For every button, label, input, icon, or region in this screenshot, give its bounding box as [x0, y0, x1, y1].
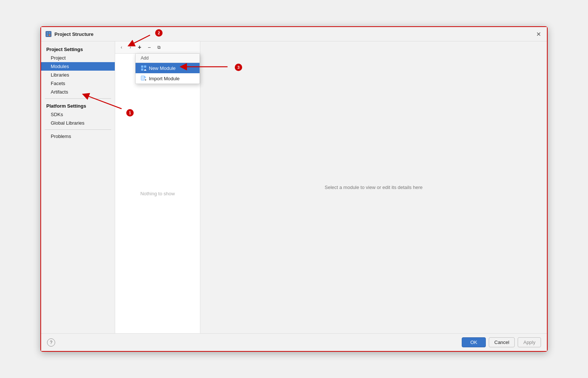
forward-button[interactable]: › [126, 43, 134, 51]
sidebar-item-facets[interactable]: Facets [41, 79, 115, 88]
svg-rect-6 [49, 34, 50, 36]
close-button[interactable]: ✕ [534, 30, 542, 38]
remove-button[interactable]: − [145, 43, 154, 52]
dropdown-header: Add [136, 54, 200, 63]
content-area: Project Settings Project Modules Librari… [41, 41, 547, 333]
dialog-title: Project Structure [54, 31, 534, 37]
title-bar: Project Structure ✕ [41, 27, 547, 41]
new-module-icon [141, 65, 147, 71]
cancel-button[interactable]: Cancel [489, 337, 515, 347]
detail-panel: Select a module to view or edit its deta… [200, 41, 547, 333]
detail-placeholder: Select a module to view or edit its deta… [325, 185, 422, 190]
svg-rect-7 [141, 65, 143, 68]
footer: ? OK Cancel Apply [41, 333, 547, 351]
sidebar-item-libraries[interactable]: Libraries [41, 71, 115, 79]
sidebar: Project Settings Project Modules Librari… [41, 41, 115, 333]
svg-rect-12 [141, 76, 144, 80]
sidebar-item-artifacts[interactable]: Artifacts [41, 88, 115, 96]
help-button[interactable]: ? [47, 338, 55, 347]
copy-button[interactable]: ⧉ [154, 43, 163, 52]
add-button[interactable]: + [135, 43, 144, 52]
svg-rect-5 [47, 34, 48, 36]
add-dropdown-container: + Add [135, 43, 144, 52]
module-list-panel: ‹ › + Add [115, 41, 200, 333]
module-toolbar: ‹ › + Add [115, 41, 200, 54]
sidebar-item-modules[interactable]: Modules [41, 62, 115, 71]
svg-rect-11 [144, 70, 146, 71]
sidebar-item-sdks[interactable]: SDKs [41, 110, 115, 119]
sidebar-item-problems[interactable]: Problems [41, 132, 115, 141]
app-icon [46, 31, 51, 37]
footer-left: ? [47, 338, 55, 347]
svg-rect-9 [141, 68, 143, 71]
import-module-icon [141, 75, 147, 81]
ok-button[interactable]: OK [462, 337, 486, 347]
sidebar-divider [45, 98, 111, 99]
project-settings-header: Project Settings [41, 44, 115, 54]
svg-rect-8 [144, 65, 146, 68]
sidebar-item-project[interactable]: Project [41, 54, 115, 62]
module-list-empty: Nothing to show [115, 54, 200, 333]
import-module-label: Import Module [149, 76, 180, 81]
project-structure-dialog: 1 2 3 Project Structure ✕ Project Settin… [40, 26, 548, 352]
dropdown-item-import-module[interactable]: Import Module [136, 73, 200, 84]
sidebar-item-global-libraries[interactable]: Global Libraries [41, 119, 115, 127]
apply-button[interactable]: Apply [518, 337, 541, 347]
add-dropdown-menu: Add New Module [135, 53, 200, 84]
new-module-label: New Module [149, 65, 176, 71]
svg-rect-3 [47, 32, 48, 34]
svg-rect-4 [49, 32, 50, 34]
footer-right: OK Cancel Apply [462, 337, 541, 347]
platform-settings-header: Platform Settings [41, 101, 115, 110]
dropdown-item-new-module[interactable]: New Module [136, 63, 200, 73]
back-button[interactable]: ‹ [117, 43, 126, 51]
sidebar-divider-2 [45, 129, 111, 130]
nothing-to-show-text: Nothing to show [140, 191, 175, 196]
